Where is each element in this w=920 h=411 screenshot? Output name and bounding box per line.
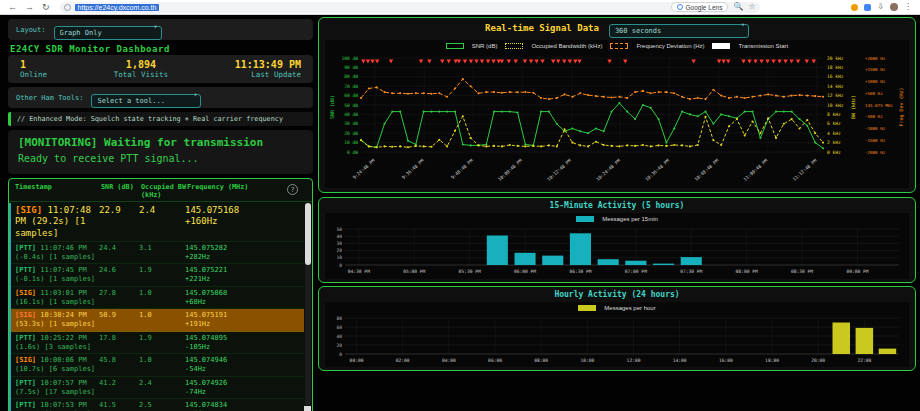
cell-snr: 27.8 bbox=[99, 289, 139, 307]
table-row[interactable]: [PTT] 10:07:53 PM (2.7s) [3 samples]41.5… bbox=[11, 399, 304, 411]
extension-icon-blue[interactable] bbox=[864, 4, 871, 11]
svg-text:16:00: 16:00 bbox=[719, 358, 733, 363]
site-info-icon[interactable] bbox=[64, 4, 71, 11]
table-row[interactable]: [PTT] 10:25:22 PM (1.6s) [3 samples]17.8… bbox=[11, 332, 304, 355]
activity-15min-title: 15-Minute Activity (5 hours) bbox=[319, 198, 915, 212]
cell-bw: 2.5 bbox=[139, 401, 185, 411]
legend-hourly-label: Messages per hour bbox=[604, 305, 655, 311]
legend-dev-swatch bbox=[610, 43, 628, 49]
bookmark-star-icon[interactable]: ☆ bbox=[748, 3, 755, 11]
table-scrollbar-corner[interactable] bbox=[304, 406, 311, 411]
cell-frequency: 145.075191+191Hz bbox=[185, 311, 302, 329]
page-title: E24CY SDR Monitor Dashboard bbox=[10, 44, 170, 54]
svg-text:10:48:48 PM: 10:48:48 PM bbox=[693, 158, 719, 182]
svg-text:20 kHz: 20 kHz bbox=[827, 56, 844, 61]
legend-15min-swatch bbox=[576, 216, 594, 222]
legend-snr-swatch bbox=[446, 43, 464, 49]
stat-last-update-label: Last Update bbox=[235, 70, 301, 79]
cell-frequency: 145.074834-166Hz bbox=[185, 401, 302, 411]
address-bar[interactable]: https://e24cy.dxcom.co.th Google Lens 🔍 … bbox=[60, 2, 760, 13]
col-snr: SNR (dB) bbox=[101, 183, 141, 199]
downloads-icon[interactable]: ⇩ bbox=[877, 3, 884, 11]
legend-tx-swatch bbox=[712, 43, 730, 49]
ham-tools-select[interactable]: Select a tool... bbox=[91, 94, 201, 108]
svg-text:07:30 PM: 07:30 PM bbox=[680, 269, 702, 274]
layout-select[interactable]: Graph Only bbox=[54, 26, 162, 40]
cell-bw: 1.0 bbox=[139, 289, 185, 307]
stat-total-visits-label: Total Visits bbox=[114, 70, 168, 79]
svg-text:16 kHz: 16 kHz bbox=[827, 74, 844, 79]
svg-text:30: 30 bbox=[336, 241, 342, 246]
activity-hourly-chart: 02040608000:0002:0004:0006:0008:0010:001… bbox=[325, 314, 909, 369]
table-scrollbar-thumb[interactable] bbox=[305, 203, 311, 265]
svg-text:4 kHz: 4 kHz bbox=[827, 131, 841, 136]
cell-bw: 1.0 bbox=[139, 311, 185, 329]
legend-bw-label: Occupied Bandwidth (kHz) bbox=[531, 43, 602, 49]
stat-last-update-value: 11:13:49 PM bbox=[235, 59, 301, 70]
stat-online-label: Online bbox=[20, 70, 47, 79]
svg-text:0: 0 bbox=[339, 352, 342, 357]
cell-timestamp: [SIG] 11:03:01 PM (16.1s) [1 samples] bbox=[15, 289, 99, 307]
monitoring-status-subtitle: Ready to receive PTT signal... bbox=[18, 153, 303, 164]
help-icon[interactable]: ? bbox=[287, 184, 298, 195]
enhanced-mode-banner: // Enhanced Mode: Squelch state tracking… bbox=[8, 112, 313, 126]
table-row[interactable]: [PTT] 11:07:46 PM (-0.4s) [1 samples]24.… bbox=[11, 242, 304, 265]
activity-hourly-title: Hourly Activity (24 hours) bbox=[319, 287, 915, 301]
cell-bw: 2.4 bbox=[139, 379, 185, 397]
svg-text:02:00: 02:00 bbox=[396, 358, 410, 363]
url-text[interactable]: https://e24cy.dxcom.co.th bbox=[75, 4, 160, 11]
svg-text:70 dB: 70 dB bbox=[344, 84, 358, 89]
table-scrollbar[interactable] bbox=[305, 203, 311, 405]
reload-icon[interactable]: ↻ bbox=[42, 3, 50, 12]
svg-text:11:12:48 PM: 11:12:48 PM bbox=[792, 158, 818, 182]
svg-text:0 kHz: 0 kHz bbox=[827, 150, 841, 155]
svg-text:05:00 PM: 05:00 PM bbox=[403, 269, 425, 274]
svg-text:50 dB: 50 dB bbox=[344, 103, 358, 108]
svg-text:12:00: 12:00 bbox=[627, 358, 641, 363]
google-lens-chip[interactable]: Google Lens bbox=[671, 2, 729, 12]
activity-hourly-panel: Hourly Activity (24 hours) Messages per … bbox=[318, 286, 916, 371]
table-row[interactable]: [SIG] 11:07:48 PM (29.2s) [1 samples]22.… bbox=[11, 203, 304, 242]
svg-text:12 kHz: 12 kHz bbox=[827, 93, 844, 98]
table-row[interactable]: [SIG] 10:30:24 PM (53.3s) [1 samples]50.… bbox=[11, 309, 304, 332]
svg-text:50: 50 bbox=[336, 227, 342, 232]
search-icon[interactable]: 🔍 bbox=[733, 3, 743, 11]
svg-text:-1500 Hz: -1500 Hz bbox=[865, 138, 886, 143]
svg-text:9:24:48 PM: 9:24:48 PM bbox=[352, 158, 376, 180]
extension-icon-orange[interactable] bbox=[851, 4, 858, 11]
table-row[interactable]: [PTT] 10:07:57 PM (7.5s) [17 samples]41.… bbox=[11, 377, 304, 400]
realtime-signal-panel: Real-time Signal Data 360 seconds ▾ SNR … bbox=[318, 17, 916, 193]
table-row[interactable]: [PTT] 11:07:45 PM (-0.1s) [1 samples]24.… bbox=[11, 264, 304, 287]
cell-snr: 41.5 bbox=[99, 401, 139, 411]
cell-bw: 3.1 bbox=[139, 244, 185, 262]
activity-15min-chart: 0102030405004:30 PM05:00 PM05:30 PM06:00… bbox=[325, 225, 909, 281]
svg-text:-500 Hz: -500 Hz bbox=[865, 114, 883, 119]
lens-icon bbox=[677, 4, 683, 10]
svg-text:8 kHz: 8 kHz bbox=[827, 112, 841, 117]
svg-text:00:00: 00:00 bbox=[350, 358, 364, 363]
svg-text:100 dB: 100 dB bbox=[341, 56, 358, 61]
browser-menu-icon[interactable]: ⋮ bbox=[904, 3, 912, 11]
table-row[interactable]: [SIG] 11:03:01 PM (16.1s) [1 samples]27.… bbox=[11, 287, 304, 310]
signal-log-rows: [SIG] 11:07:48 PM (29.2s) [1 samples]22.… bbox=[9, 203, 304, 411]
svg-text:08:30 PM: 08:30 PM bbox=[791, 269, 813, 274]
svg-text:10 dB: 10 dB bbox=[344, 140, 358, 145]
signal-log-header: Timestamp SNR (dB) Occupied BW (kHz) Fre… bbox=[9, 179, 312, 202]
time-range-select[interactable]: 360 seconds bbox=[609, 24, 749, 38]
svg-text:0 dB: 0 dB bbox=[347, 150, 358, 155]
activity-hourly-legend: Messages per hour bbox=[325, 302, 909, 314]
cell-snr: 17.8 bbox=[99, 334, 139, 352]
svg-text:09:00 PM: 09:00 PM bbox=[846, 269, 868, 274]
dashboard-page: Layout: Graph Only ▾ E24CY SDR Monitor D… bbox=[0, 16, 920, 411]
table-row[interactable]: [SIG] 10:00:06 PM (10.7s) [6 samples]45.… bbox=[11, 354, 304, 377]
activity-15min-legend: Messages per 15min bbox=[325, 213, 909, 225]
cell-timestamp: [SIG] 10:00:06 PM (10.7s) [6 samples] bbox=[15, 356, 99, 374]
legend-hourly-swatch bbox=[578, 305, 596, 311]
stat-last-update: 11:13:49 PM Last Update bbox=[235, 59, 301, 79]
profile-avatar[interactable] bbox=[890, 3, 898, 11]
cell-bw: 1.9 bbox=[139, 266, 185, 284]
back-icon[interactable]: ← bbox=[8, 3, 17, 12]
cell-frequency: 145.074926-74Hz bbox=[185, 379, 302, 397]
svg-text:+1500 Hz: +1500 Hz bbox=[865, 67, 886, 72]
forward-icon[interactable]: → bbox=[25, 3, 34, 12]
